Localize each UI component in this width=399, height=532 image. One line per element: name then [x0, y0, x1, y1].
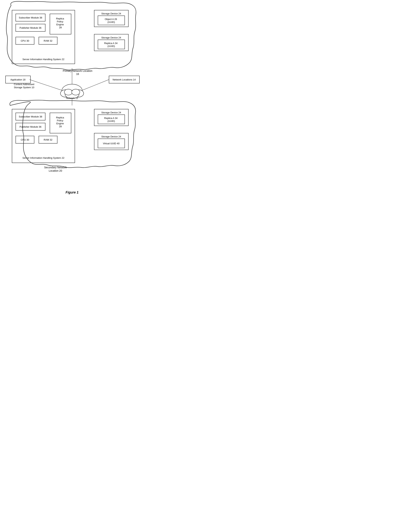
cas-label-2: Storage System 10 [14, 86, 34, 89]
storage-device-3-content: Replica A 34 (UUID) [104, 117, 118, 122]
primary-replica-label: Replica Policy Engine 28 [56, 17, 65, 29]
storage-device-1-content: Object A 26 (UUID) [105, 18, 118, 24]
secondary-location-label-2: Location 20 [49, 169, 62, 172]
figure-caption: Figure 1 [0, 190, 144, 198]
storage-device-2-content: Replica A 34 (UUID) [104, 42, 118, 48]
network-label: Network 12 [66, 97, 78, 100]
diagram: Subscriber Module 38 Publisher Module 36… [0, 0, 144, 189]
storage-device-2-label: Storage Device 24 [101, 36, 121, 39]
secondary-replica-label: Replica Policy Engine 28 [56, 116, 65, 128]
secondary-ram-label: RAM 32 [44, 138, 52, 141]
primary-publisher-label: Publisher Module 36 [20, 26, 42, 29]
line-netloc-to-network [81, 80, 109, 91]
primary-location-number: 16 [76, 72, 79, 76]
primary-location-label: Primary Network Location [63, 69, 92, 72]
secondary-server-label: Server Information Handling System 22 [23, 157, 64, 159]
secondary-location-label-1: Secondary Network [44, 166, 67, 169]
cas-label-1: Content Addressed [14, 83, 34, 86]
line-app-to-network [30, 80, 63, 91]
network-cloud [60, 84, 84, 98]
primary-ram-label: RAM 32 [44, 39, 52, 42]
primary-cpu-label: CPU 30 [21, 39, 29, 42]
figure-caption-text: Figure 1 [66, 190, 79, 194]
secondary-subscriber-label: Subscriber Module 38 [19, 115, 42, 118]
application-label: Application 18 [10, 78, 25, 81]
primary-subscriber-label: Subscriber Module 38 [19, 16, 42, 19]
network-locations-label: Network Locations 14 [112, 78, 135, 81]
secondary-publisher-label: Publisher Module 36 [20, 125, 42, 128]
storage-device-1-label: Storage Device 24 [101, 12, 121, 15]
secondary-cpu-label: CPU 30 [21, 138, 29, 141]
primary-server-label: Server Information Handling System 22 [23, 58, 64, 61]
storage-device-4-content: Virtual UUID 40 [103, 142, 120, 145]
storage-device-3-label: Storage Device 24 [101, 111, 121, 114]
svg-point-4 [64, 89, 72, 95]
storage-device-4-label: Storage Device 24 [101, 135, 121, 138]
svg-point-5 [72, 89, 80, 95]
